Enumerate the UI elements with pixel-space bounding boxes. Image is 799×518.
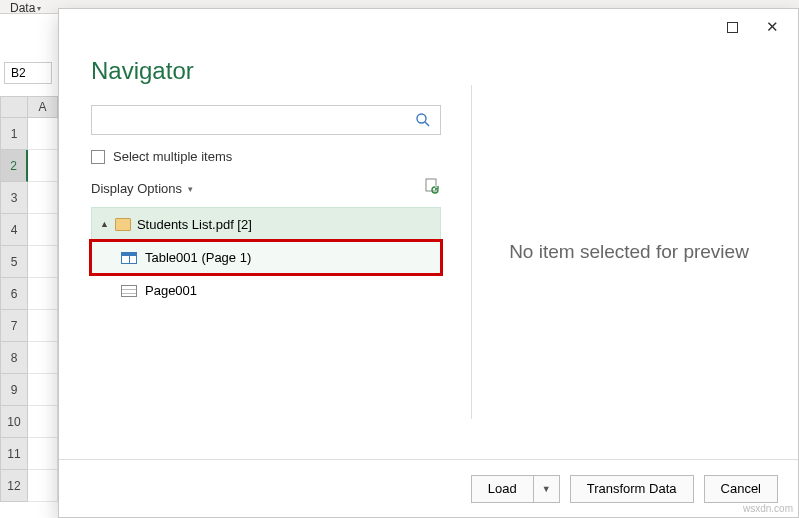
worksheet-grid: A 123456789101112 [0, 96, 58, 518]
tree-item-label: Page001 [145, 283, 197, 298]
pane-divider [471, 85, 472, 419]
svg-point-0 [417, 114, 426, 123]
cell[interactable] [28, 150, 58, 182]
display-options-row: Display Options ▾ [91, 178, 441, 199]
navigator-left-pane: Navigator Select multiple items Display … [91, 45, 441, 459]
row-header[interactable]: 10 [0, 406, 28, 438]
ribbon-tab-dropdown-icon: ▾ [37, 4, 41, 13]
dialog-footer: Load ▼ Transform Data Cancel [59, 459, 798, 517]
cancel-button[interactable]: Cancel [704, 475, 778, 503]
select-multiple-row[interactable]: Select multiple items [91, 149, 441, 164]
column-header[interactable]: A [28, 96, 58, 118]
cell[interactable] [28, 278, 58, 310]
display-options-button[interactable]: Display Options ▾ [91, 181, 193, 196]
preview-pane: No item selected for preview [492, 45, 766, 459]
name-box[interactable]: B2 [4, 62, 52, 84]
navigator-dialog: ✕ Navigator Select multiple items Displa… [58, 8, 799, 518]
row-header[interactable]: 7 [0, 310, 28, 342]
row-header[interactable]: 6 [0, 278, 28, 310]
refresh-button[interactable] [424, 178, 441, 199]
row-header[interactable]: 3 [0, 182, 28, 214]
collapse-icon[interactable]: ▲ [100, 219, 109, 229]
preview-empty-text: No item selected for preview [509, 241, 749, 263]
cell[interactable] [28, 438, 58, 470]
dialog-body: Navigator Select multiple items Display … [59, 45, 798, 459]
svg-line-1 [425, 122, 429, 126]
row-header[interactable]: 11 [0, 438, 28, 470]
tree-item-table[interactable]: Table001 (Page 1) [91, 241, 441, 274]
search-field-wrap [91, 105, 441, 135]
load-dropdown-button[interactable]: ▼ [533, 475, 560, 503]
row-header[interactable]: 5 [0, 246, 28, 278]
transform-data-button[interactable]: Transform Data [570, 475, 694, 503]
source-tree: ▲ Students List.pdf [2] Table001 (Page 1… [91, 207, 441, 307]
maximize-icon [727, 22, 738, 33]
maximize-button[interactable] [712, 14, 752, 40]
cell[interactable] [28, 182, 58, 214]
load-button-label: Load [488, 481, 517, 496]
display-options-label: Display Options [91, 181, 182, 196]
table-icon [121, 252, 137, 264]
cell[interactable] [28, 214, 58, 246]
select-all-corner[interactable] [0, 96, 28, 118]
tree-item-label: Table001 (Page 1) [145, 250, 251, 265]
name-box-value: B2 [11, 66, 26, 80]
ribbon-tab-data[interactable]: Data ▾ [6, 0, 45, 16]
cell[interactable] [28, 118, 58, 150]
dialog-titlebar: ✕ [59, 9, 798, 45]
cell[interactable] [28, 342, 58, 374]
watermark: wsxdn.com [743, 503, 793, 514]
tree-item-page[interactable]: Page001 [91, 274, 441, 307]
cancel-button-label: Cancel [721, 481, 761, 496]
refresh-icon [424, 178, 441, 195]
chevron-down-icon: ▾ [188, 184, 193, 194]
folder-icon [115, 218, 131, 231]
svg-rect-2 [426, 179, 436, 191]
tree-root-label: Students List.pdf [2] [137, 217, 252, 232]
dialog-title: Navigator [91, 57, 441, 85]
row-header[interactable]: 1 [0, 118, 28, 150]
close-button[interactable]: ✕ [752, 14, 792, 40]
search-input[interactable] [92, 106, 406, 134]
load-split-button: Load ▼ [471, 475, 560, 503]
transform-button-label: Transform Data [587, 481, 677, 496]
rows-container: 123456789101112 [0, 118, 58, 502]
row-header[interactable]: 12 [0, 470, 28, 502]
select-multiple-checkbox[interactable] [91, 150, 105, 164]
cell[interactable] [28, 246, 58, 278]
cell[interactable] [28, 470, 58, 502]
row-header[interactable]: 2 [0, 150, 28, 182]
page-icon [121, 285, 137, 297]
search-icon [415, 112, 431, 128]
chevron-down-icon: ▼ [542, 484, 551, 494]
tree-root-item[interactable]: ▲ Students List.pdf [2] [91, 207, 441, 241]
select-multiple-label: Select multiple items [113, 149, 232, 164]
search-button[interactable] [406, 106, 440, 134]
row-header[interactable]: 4 [0, 214, 28, 246]
load-button[interactable]: Load [471, 475, 533, 503]
cell[interactable] [28, 310, 58, 342]
cell[interactable] [28, 406, 58, 438]
row-header[interactable]: 8 [0, 342, 28, 374]
close-icon: ✕ [766, 18, 779, 36]
cell[interactable] [28, 374, 58, 406]
row-header[interactable]: 9 [0, 374, 28, 406]
name-box-row: B2 [0, 62, 58, 88]
ribbon-tab-label: Data [10, 1, 35, 15]
